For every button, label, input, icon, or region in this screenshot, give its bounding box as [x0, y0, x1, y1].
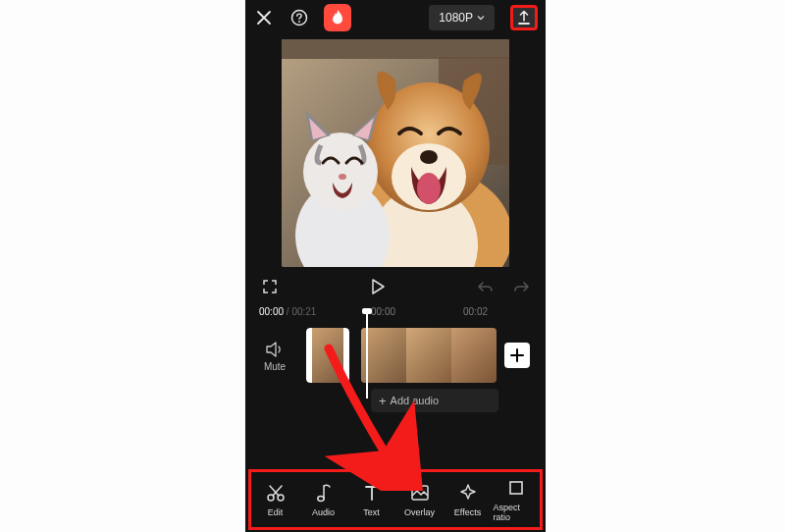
text-icon [363, 483, 381, 503]
bottom-toolbar: Edit Audio Text Overlay Effects Aspect r… [251, 471, 540, 528]
svg-point-13 [339, 174, 346, 180]
ruler-tick: 00:00 [371, 306, 395, 317]
top-bar: 1080P [245, 0, 546, 35]
current-time: 00:00 [259, 306, 284, 317]
svg-point-10 [417, 173, 441, 204]
play-button[interactable] [367, 276, 389, 297]
flame-icon [331, 10, 344, 26]
tool-label: Edit [268, 507, 284, 517]
undo-button[interactable] [475, 276, 497, 297]
help-button[interactable] [288, 7, 310, 28]
mute-button[interactable]: Mute [255, 342, 294, 372]
svg-point-18 [415, 489, 417, 491]
transport-bar [245, 267, 546, 306]
tool-label: Aspect ratio [494, 503, 539, 522]
clip[interactable] [361, 328, 497, 383]
video-editor-screen: 1080P [245, 0, 546, 532]
tool-aspect-ratio[interactable]: Aspect ratio [494, 477, 539, 522]
svg-point-1 [298, 21, 300, 23]
plus-icon [510, 348, 524, 362]
undo-icon [477, 280, 495, 293]
tool-edit[interactable]: Edit [253, 482, 298, 517]
tool-label: Audio [312, 507, 335, 517]
add-clip-button[interactable] [504, 343, 530, 368]
tool-effects[interactable]: Effects [445, 482, 491, 517]
ruler-tick: 00:02 [463, 306, 488, 317]
sparkle-icon [458, 483, 478, 503]
fullscreen-button[interactable] [259, 276, 281, 297]
total-time: 00:21 [291, 306, 316, 317]
scissors-icon [266, 483, 286, 503]
chevron-down-icon [477, 14, 485, 22]
clip-selected[interactable] [306, 328, 349, 383]
add-audio-button[interactable]: + Add audio [371, 389, 498, 412]
redo-icon [512, 280, 530, 293]
tool-label: Effects [454, 507, 481, 517]
export-icon [517, 10, 531, 26]
svg-rect-19 [510, 482, 522, 494]
tool-text[interactable]: Text [349, 482, 394, 517]
playhead[interactable] [366, 312, 368, 399]
play-icon [370, 278, 386, 295]
time-ruler[interactable]: 00:00 / 00:21 00:00 00:02 [245, 306, 546, 324]
tool-label: Overlay [404, 507, 435, 517]
help-icon [290, 9, 308, 27]
add-audio-label: Add audio [391, 395, 440, 406]
overlay-icon [410, 484, 430, 502]
preview-image [282, 39, 509, 267]
svg-point-12 [303, 133, 378, 211]
svg-point-16 [317, 497, 323, 502]
mute-icon [265, 342, 285, 357]
svg-point-9 [420, 150, 438, 164]
svg-rect-3 [282, 39, 509, 59]
close-icon [256, 10, 272, 26]
music-note-icon [315, 483, 333, 503]
video-track [306, 328, 530, 383]
video-preview[interactable] [282, 39, 509, 267]
resolution-label: 1080P [439, 11, 473, 25]
mute-label: Mute [255, 361, 294, 372]
export-button[interactable] [510, 5, 538, 30]
tool-label: Text [363, 507, 380, 517]
aspect-ratio-icon [507, 479, 525, 497]
tool-audio[interactable]: Audio [301, 482, 346, 517]
redo-button[interactable] [510, 276, 532, 297]
fullscreen-icon [262, 279, 278, 294]
timeline[interactable]: Mute + Add audio [245, 324, 546, 428]
tool-overlay[interactable]: Overlay [397, 482, 443, 517]
close-button[interactable] [253, 7, 275, 28]
resolution-select[interactable]: 1080P [429, 5, 495, 30]
pro-button[interactable] [324, 4, 351, 31]
